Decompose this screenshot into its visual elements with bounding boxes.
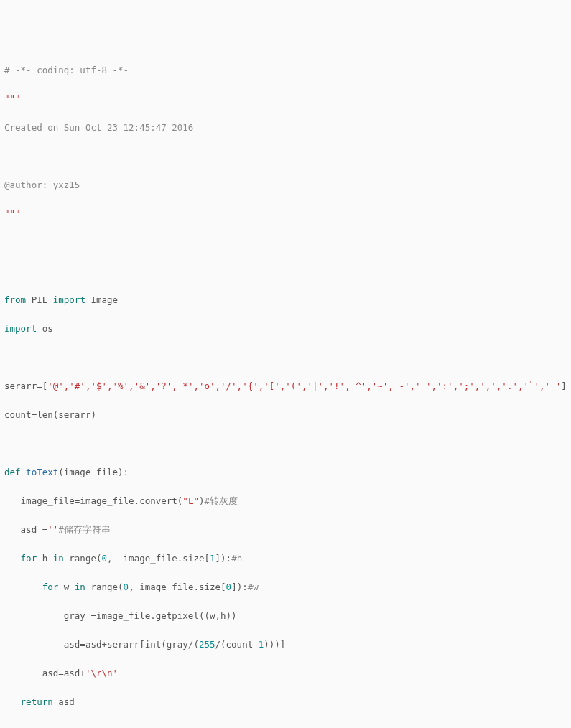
keyword-from: from — [4, 294, 26, 305]
keyword-return: return — [21, 696, 53, 707]
code-block: # -*- coding: utf-8 -*- """ Created on S… — [4, 63, 567, 728]
comment: # -*- coding: utf-8 -*- — [4, 65, 129, 75]
keyword-def: def — [4, 467, 21, 477]
count-assign: count=len(serarr) — [4, 409, 96, 420]
keyword-import: import — [4, 323, 37, 334]
docstring-open: """ — [4, 93, 21, 104]
docstring-close: """ — [4, 208, 21, 219]
keyword-import: import — [53, 294, 85, 305]
serarr-assign: serarr=[ — [4, 381, 47, 391]
docstring-author: @author: yxz15 — [4, 179, 80, 190]
docstring-line: Created on Sun Oct 23 12:45:47 2016 — [4, 122, 193, 133]
func-toText: toText — [21, 467, 59, 477]
